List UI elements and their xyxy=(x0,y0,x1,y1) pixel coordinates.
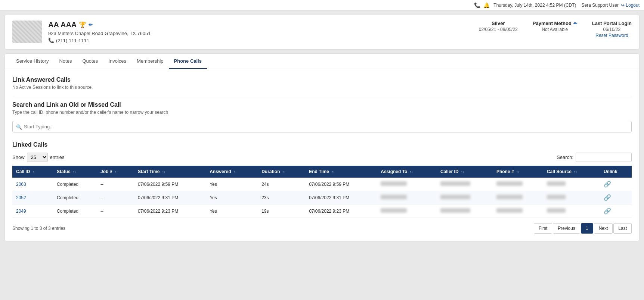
reset-password-link[interactable]: Reset Password xyxy=(592,33,632,38)
cell-phone xyxy=(493,178,543,191)
linked-calls-title: Linked Calls xyxy=(12,141,632,148)
tab-phone-calls[interactable]: Phone Calls xyxy=(169,54,207,69)
unlink-button[interactable]: 🔗 xyxy=(604,194,611,201)
cell-answered: Yes xyxy=(206,204,258,218)
customer-phone: 📞 (211) 111-1111 xyxy=(48,38,151,43)
calls-table-body: 2063 Completed -- 07/06/2022 9:59 PM Yes… xyxy=(12,178,632,218)
datetime-display: Thursday, July 14th, 2022 4:52 PM (CDT) xyxy=(493,3,576,8)
customer-left: AA AAA 🏆 ✏ 923 Minters Chapel Road Grape… xyxy=(12,21,151,43)
cell-assigned-to xyxy=(377,178,437,191)
call-id-link[interactable]: 2052 xyxy=(16,195,26,200)
cell-end-time: 07/06/2022 9:31 PM xyxy=(305,191,377,204)
col-assigned-to: Assigned To ↑↓ xyxy=(377,166,437,178)
search-icon: 🔍 xyxy=(16,124,22,129)
assigned-to-blurred xyxy=(381,195,407,199)
unlink-button[interactable]: 🔗 xyxy=(604,208,611,214)
col-call-id: Call ID ↑↓ xyxy=(12,166,53,178)
cell-status: Completed xyxy=(53,191,97,204)
col-end-time: End Time ↑↓ xyxy=(305,166,377,178)
col-call-source: Call Source ↑↓ xyxy=(543,166,600,178)
phone-blurred xyxy=(496,208,523,213)
sort-job-icon[interactable]: ↑↓ xyxy=(115,170,118,174)
avatar-image xyxy=(12,21,42,43)
main-content: Service History Notes Quotes Invoices Me… xyxy=(4,53,640,241)
tab-notes[interactable]: Notes xyxy=(54,54,77,69)
cell-phone xyxy=(493,204,543,218)
cell-start-time: 07/06/2022 9:59 PM xyxy=(134,178,206,191)
tab-invoices[interactable]: Invoices xyxy=(103,54,131,69)
cell-end-time: 07/06/2022 9:59 PM xyxy=(305,178,377,191)
show-label: Show xyxy=(12,154,25,160)
tab-membership[interactable]: Membership xyxy=(131,54,169,69)
sort-call-id-icon[interactable]: ↑↓ xyxy=(32,170,36,174)
cell-duration: 24s xyxy=(258,178,305,191)
cell-assigned-to xyxy=(377,191,437,204)
payment-method-label: Payment Method xyxy=(533,21,572,26)
caller-id-blurred xyxy=(440,208,470,213)
customer-right: Silver 02/05/21 - 08/05/22 Payment Metho… xyxy=(479,21,632,38)
current-page-button[interactable]: 1 xyxy=(581,223,593,234)
tab-quotes[interactable]: Quotes xyxy=(77,54,103,69)
assigned-to-blurred xyxy=(381,181,407,186)
call-source-blurred xyxy=(547,195,566,199)
cell-caller-id xyxy=(437,204,493,218)
table-header-row: Call ID ↑↓ Status ↑↓ Job # ↑↓ Start Time… xyxy=(12,166,632,178)
cell-call-source xyxy=(543,204,600,218)
previous-page-button[interactable]: Previous xyxy=(553,223,580,234)
call-source-blurred xyxy=(547,181,566,186)
search-old-call-input[interactable] xyxy=(12,121,632,132)
cell-start-time: 07/06/2022 9:23 PM xyxy=(134,204,206,218)
col-status: Status ↑↓ xyxy=(53,166,97,178)
customer-card: AA AAA 🏆 ✏ 923 Minters Chapel Road Grape… xyxy=(4,14,640,50)
cell-answered: Yes xyxy=(206,191,258,204)
sort-answered-icon[interactable]: ↑↓ xyxy=(233,170,237,174)
sort-caller-id-icon[interactable]: ↑↓ xyxy=(461,170,464,174)
membership-label: Silver xyxy=(479,21,518,26)
sort-call-source-icon[interactable]: ↑↓ xyxy=(574,170,577,174)
customer-address: 923 Minters Chapel Road Grapevine, TX 76… xyxy=(48,31,151,36)
caller-id-blurred xyxy=(440,195,470,199)
cell-status: Completed xyxy=(53,178,97,191)
tabs-bar: Service History Notes Quotes Invoices Me… xyxy=(5,54,639,69)
table-row: 2063 Completed -- 07/06/2022 9:59 PM Yes… xyxy=(12,178,632,191)
search-section-title: Search and Link an Old or Missed Call xyxy=(12,101,632,108)
logout-link[interactable]: ↪ Logout xyxy=(621,3,640,8)
cell-job: -- xyxy=(97,191,134,204)
col-duration: Duration ↑↓ xyxy=(258,166,305,178)
edit-customer-icon[interactable]: ✏ xyxy=(89,22,93,28)
sort-phone-icon[interactable]: ↑↓ xyxy=(516,170,520,174)
sort-status-icon[interactable]: ↑↓ xyxy=(73,170,76,174)
table-search-input[interactable] xyxy=(576,153,632,162)
cell-assigned-to xyxy=(377,204,437,218)
caller-id-blurred xyxy=(440,181,470,186)
unlink-button[interactable]: 🔗 xyxy=(604,181,611,187)
cell-call-id: 2049 xyxy=(12,204,53,218)
call-id-link[interactable]: 2063 xyxy=(16,182,26,187)
call-source-blurred xyxy=(547,208,566,213)
trophy-icon: 🏆 xyxy=(79,21,86,28)
cell-caller-id xyxy=(437,191,493,204)
last-portal-login-label: Last Portal Login xyxy=(592,21,632,26)
customer-phone-number: (211) 111-1111 xyxy=(56,38,89,43)
col-caller-id: Caller ID ↑↓ xyxy=(437,166,493,178)
entries-per-page-select[interactable]: 25 10 50 100 xyxy=(27,153,48,162)
first-page-button[interactable]: First xyxy=(534,223,552,234)
phone-blurred xyxy=(496,181,523,186)
sort-duration-icon[interactable]: ↑↓ xyxy=(282,170,286,174)
next-page-button[interactable]: Next xyxy=(594,223,613,234)
payment-method-block: Payment Method ✏ Not Available xyxy=(533,21,577,32)
cell-unlink: 🔗 xyxy=(600,204,632,218)
edit-payment-icon[interactable]: ✏ xyxy=(573,21,577,26)
sort-start-time-icon[interactable]: ↑↓ xyxy=(162,170,165,174)
sort-end-time-icon[interactable]: ↑↓ xyxy=(331,170,335,174)
tab-service-history[interactable]: Service History xyxy=(11,54,54,69)
table-controls: Show 25 10 50 100 entries Search: xyxy=(12,153,632,162)
call-id-link[interactable]: 2049 xyxy=(16,209,26,214)
col-phone: Phone # ↑↓ xyxy=(493,166,543,178)
cell-answered: Yes xyxy=(206,178,258,191)
table-row: 2052 Completed -- 07/06/2022 9:31 PM Yes… xyxy=(12,191,632,204)
cell-unlink: 🔗 xyxy=(600,191,632,204)
last-page-button[interactable]: Last xyxy=(613,223,632,234)
cell-status: Completed xyxy=(53,204,97,218)
sort-assigned-icon[interactable]: ↑↓ xyxy=(410,170,413,174)
